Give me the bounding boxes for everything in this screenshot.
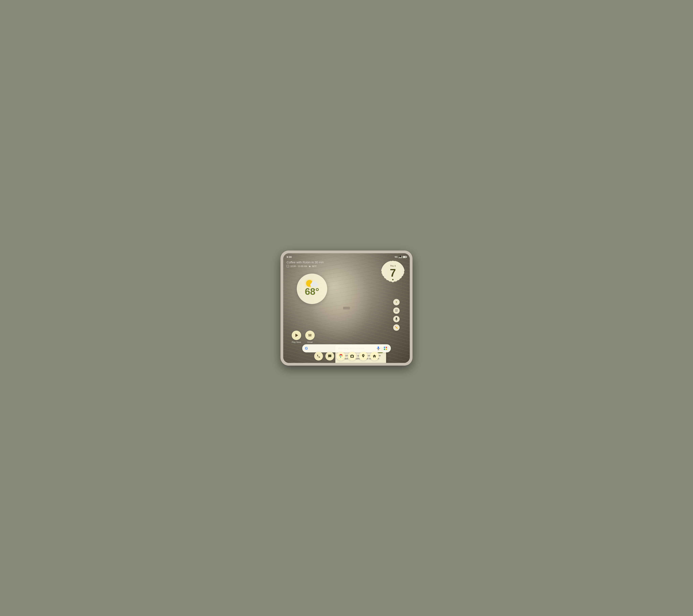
svg-rect-7 <box>386 347 387 348</box>
sidebar-mic-button[interactable] <box>393 316 400 322</box>
dock-camera[interactable] <box>348 352 356 360</box>
sidebar-add-button[interactable]: + <box>393 299 400 305</box>
calendar-icon <box>286 265 289 267</box>
svg-rect-3 <box>378 346 379 349</box>
sidebar-check-button[interactable]: ☑ <box>393 307 400 314</box>
google-logo: G <box>305 346 308 351</box>
lens-icon <box>383 346 387 350</box>
play-triangle-icon <box>295 334 298 337</box>
app-icons-row: Play Store M Gmail <box>292 331 315 343</box>
gmail-label: Gmail <box>307 341 313 343</box>
event-title: Coffee with Robin in 30 min <box>286 261 324 264</box>
play-store-icon <box>292 331 301 340</box>
home-icon <box>372 354 376 358</box>
dock <box>312 351 381 361</box>
weather-temperature: 68° <box>305 287 319 296</box>
phone-icon <box>317 354 320 358</box>
search-action-icons <box>376 346 388 351</box>
calendar-event-dot <box>392 279 394 280</box>
calendar-day-number: 7 <box>390 267 396 278</box>
sidebar-pencil-button[interactable]: ✏️ <box>393 324 400 331</box>
gmail-icon: M <box>305 331 315 340</box>
dock-chrome[interactable] <box>337 352 345 360</box>
weather-widget[interactable]: 68° <box>297 274 327 304</box>
event-time: 10:00 - 11:00 AM <box>290 265 307 267</box>
event-temp: 68°F <box>312 265 317 267</box>
event-weather: 🌤 <box>309 265 311 267</box>
svg-rect-0 <box>396 317 397 319</box>
svg-rect-6 <box>384 347 385 348</box>
weather-condition-icon <box>306 280 318 287</box>
messages-icon <box>328 354 332 358</box>
svg-point-11 <box>340 355 342 357</box>
dock-phone[interactable] <box>314 352 323 360</box>
dock-messages[interactable] <box>325 352 334 360</box>
device-hinge <box>343 307 350 310</box>
play-store-label: Play Store <box>292 341 301 343</box>
notes-section: Morning Bio Lecture + We're going to pic… <box>393 299 400 331</box>
svg-rect-9 <box>386 349 387 350</box>
cloud-icon <box>310 283 318 287</box>
dock-maps[interactable] <box>359 352 368 360</box>
svg-rect-8 <box>384 349 385 350</box>
front-camera <box>400 256 401 257</box>
gmail-icon-item[interactable]: M Gmail <box>305 331 315 343</box>
event-widget[interactable]: Coffee with Robin in 30 min 10:00 - 11:0… <box>286 261 324 267</box>
device: 9:30 5G Coffee with Robin in 30 min 10:0… <box>280 251 413 365</box>
network-label: 5G <box>395 256 398 258</box>
dock-home[interactable] <box>370 352 379 360</box>
battery-icon <box>403 256 407 258</box>
play-store-icon-item[interactable]: Play Store <box>292 331 301 343</box>
event-details: 10:00 - 11:00 AM 🌤 68°F <box>286 265 324 267</box>
notes-sidebar: + ☑ ✏️ <box>393 299 400 331</box>
mic-icon <box>395 317 398 321</box>
status-time: 9:30 <box>286 256 292 258</box>
google-lens-button[interactable] <box>383 346 388 351</box>
microphone-icon <box>377 346 380 350</box>
voice-search-button[interactable] <box>376 346 381 351</box>
status-bar: 9:30 5G <box>283 253 410 259</box>
chrome-icon <box>339 354 343 358</box>
camera-icon <box>350 354 354 358</box>
maps-icon <box>361 354 365 358</box>
